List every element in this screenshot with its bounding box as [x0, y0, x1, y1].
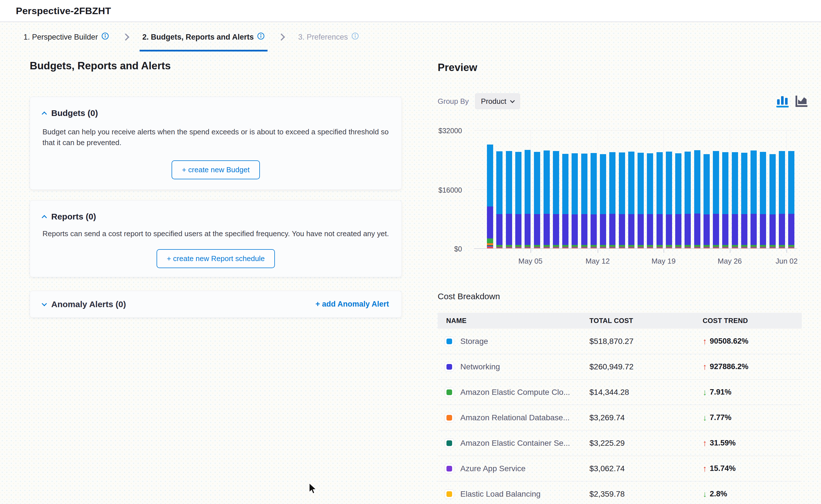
table-row: Networking$260,949.72↑927886.2%	[438, 354, 802, 380]
bar-segment	[590, 153, 597, 214]
perspective-title: Perspective-2FBZHT	[16, 5, 111, 16]
tab-label: 3. Preferences	[298, 33, 348, 42]
bar-segment	[524, 248, 531, 249]
bar-segment	[534, 152, 540, 214]
bar-segment	[751, 248, 757, 249]
stacked-bar	[553, 151, 559, 248]
bar-segment	[675, 248, 682, 249]
bar-segment	[722, 248, 729, 249]
bar-segment	[543, 150, 550, 214]
bar-segment	[506, 151, 512, 214]
stacked-bar	[666, 152, 672, 248]
stacked-bar	[704, 154, 710, 248]
row-name: Amazon Elastic Compute Clo...	[460, 388, 570, 397]
reports-collapse-header[interactable]: Reports (0)	[42, 212, 389, 221]
swatch-color	[446, 339, 452, 344]
anomaly-card-title: Anomaly Alerts (0)	[51, 300, 126, 309]
bar-segment	[571, 153, 578, 214]
group-by-value: Product	[481, 97, 506, 106]
create-report-schedule-button[interactable]: + create new Report schedule	[156, 249, 275, 268]
table-row: Azure App Service$3,062.74↑15.74%	[438, 456, 802, 481]
bar-segment	[487, 243, 493, 245]
bar-segment	[760, 214, 766, 245]
bar-chart-icon[interactable]	[776, 94, 789, 109]
add-anomaly-alert-link[interactable]: + add Anomaly Alert	[315, 300, 389, 309]
reports-card: Reports (0) Reports can send a cost repo…	[30, 200, 402, 277]
bar-segment	[788, 248, 794, 249]
info-icon[interactable]	[101, 32, 109, 42]
chevron-up-icon	[42, 111, 47, 117]
wizard-tabbar: 1. Perspective Builder 2. Budgets, Repor…	[21, 22, 362, 51]
gridline	[664, 130, 664, 249]
bar-segment	[571, 214, 578, 245]
reports-card-title: Reports (0)	[51, 212, 96, 221]
chevron-down-icon	[42, 301, 47, 306]
trend-value: 7.77%	[710, 413, 732, 422]
info-icon[interactable]	[351, 32, 359, 42]
trend-down-arrow-icon: ↓	[703, 490, 707, 498]
group-by-row: Group By Product	[438, 93, 520, 109]
stacked-bar	[581, 154, 587, 248]
bar-segment	[713, 214, 719, 245]
chevron-right-icon	[123, 35, 128, 41]
stacked-bar	[685, 152, 691, 248]
bar-segment	[713, 151, 719, 214]
bar-segment	[496, 248, 502, 249]
bar-segment	[666, 152, 672, 214]
row-name: Amazon Elastic Container Se...	[460, 439, 570, 448]
y-axis-tick: $32000	[405, 127, 462, 135]
bar-segment	[524, 214, 531, 245]
bar-segment	[515, 152, 521, 214]
bar-segment	[571, 248, 578, 249]
tab-preferences[interactable]: 3. Preferences	[295, 22, 362, 51]
x-axis-tick-label: May 05	[518, 257, 542, 266]
bar-segment	[590, 248, 597, 249]
bar-segment	[638, 214, 644, 245]
row-name-cell: Azure App Service	[438, 464, 589, 473]
row-name: Azure App Service	[460, 464, 525, 473]
stacked-bar	[534, 152, 540, 248]
create-budget-button[interactable]: + create new Budget	[171, 160, 260, 179]
row-name: Amazon Relational Database...	[460, 413, 569, 422]
stacked-bar	[657, 152, 663, 248]
series-color-swatch	[444, 464, 454, 473]
stacked-bar	[543, 150, 550, 248]
tab-perspective-builder[interactable]: 1. Perspective Builder	[21, 22, 112, 51]
row-total-cost: $3,225.29	[589, 439, 703, 448]
table-row: Elastic Load Balancing$2,359.78↓2.8%	[438, 481, 802, 504]
row-cost-trend: ↑927886.2%	[703, 362, 802, 371]
budgets-collapse-header[interactable]: Budgets (0)	[42, 108, 389, 118]
row-cost-trend: ↓7.77%	[703, 413, 802, 422]
info-icon[interactable]	[257, 32, 265, 42]
preview-title: Preview	[438, 62, 477, 74]
stacked-bar	[779, 151, 785, 248]
bar-segment	[609, 214, 615, 245]
bar-segment	[600, 154, 606, 214]
gridline	[597, 130, 598, 249]
bar-segment	[722, 214, 729, 245]
stacked-bar	[760, 152, 766, 248]
stacked-bar	[694, 150, 700, 248]
series-color-swatch	[444, 489, 454, 499]
bar-segment	[741, 214, 747, 245]
chevron-right-icon	[279, 35, 284, 41]
bar-segment	[487, 238, 493, 243]
row-total-cost: $3,062.74	[589, 464, 703, 473]
group-by-dropdown[interactable]: Product	[475, 93, 520, 109]
row-total-cost: $2,359.78	[589, 490, 703, 499]
bar-segment	[487, 247, 493, 248]
bar-segment	[666, 248, 672, 249]
tab-budgets-reports-alerts[interactable]: 2. Budgets, Reports and Alerts	[139, 22, 268, 51]
area-chart-icon[interactable]	[794, 94, 808, 109]
anomaly-collapse-header[interactable]: Anomaly Alerts (0)	[42, 300, 126, 309]
bar-segment	[506, 248, 512, 249]
cost-breakdown-table: NAME TOTAL COST COST TREND Storage$518,8…	[438, 313, 802, 504]
trend-up-arrow-icon: ↑	[703, 439, 707, 447]
bar-segment	[713, 248, 719, 249]
stacked-bar	[619, 152, 625, 248]
row-cost-trend: ↓7.91%	[703, 388, 802, 397]
tab-label: 1. Perspective Builder	[23, 33, 98, 42]
bar-segment	[609, 248, 615, 249]
bar-segment	[741, 248, 747, 249]
row-name-cell: Elastic Load Balancing	[438, 489, 589, 499]
